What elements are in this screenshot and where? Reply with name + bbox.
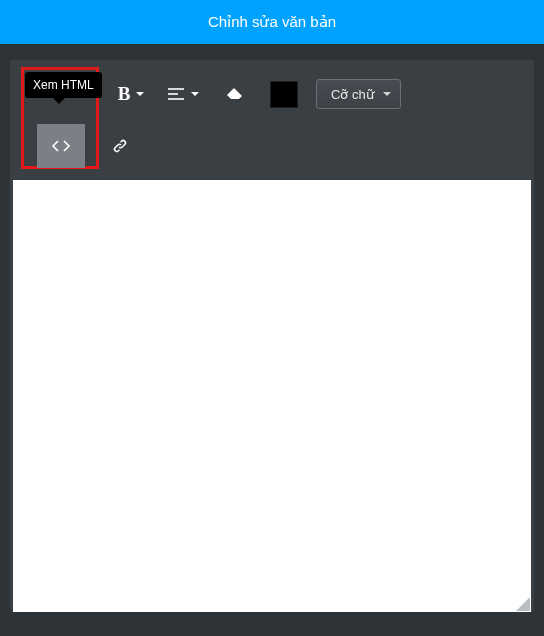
font-size-dropdown[interactable]: Cỡ chữ <box>316 79 401 109</box>
editor-wrap <box>13 180 531 612</box>
font-size-label: Cỡ chữ <box>331 87 374 102</box>
code-icon <box>51 139 71 153</box>
link-icon <box>112 138 128 154</box>
caret-down-icon <box>191 92 199 96</box>
eraser-icon <box>225 87 245 101</box>
link-button[interactable] <box>103 129 137 163</box>
tooltip-label: Xem HTML <box>33 78 94 92</box>
bold-icon: B <box>118 83 131 105</box>
text-color-button[interactable] <box>270 77 298 111</box>
bold-dropdown[interactable]: B <box>114 77 148 111</box>
color-swatch <box>270 81 298 108</box>
view-html-button[interactable] <box>37 124 85 168</box>
caret-down-icon <box>136 92 144 96</box>
clear-format-button[interactable] <box>218 77 252 111</box>
align-left-icon <box>167 87 185 101</box>
caret-down-icon <box>383 92 391 96</box>
svg-marker-3 <box>227 88 242 99</box>
toolbar-row-2 <box>24 122 520 170</box>
dialog-title: Chỉnh sửa văn bản <box>208 13 336 30</box>
align-dropdown[interactable] <box>166 77 200 111</box>
editor-canvas[interactable] <box>13 180 531 612</box>
tooltip-view-html: Xem HTML <box>25 72 102 98</box>
resize-handle[interactable] <box>516 597 530 611</box>
editor-panel: Xem HTML B <box>10 60 534 612</box>
dialog-header: Chỉnh sửa văn bản <box>0 0 544 44</box>
